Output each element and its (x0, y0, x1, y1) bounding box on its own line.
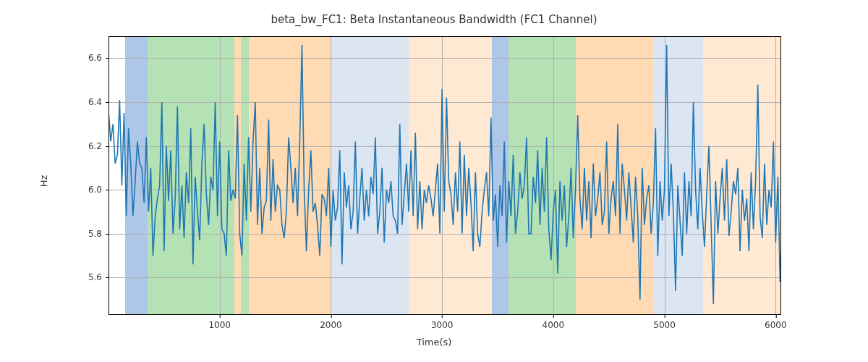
x-axis-label: Time(s) (0, 337, 868, 348)
figure: beta_bw_FC1: Beta Instantaneous Bandwidt… (0, 0, 868, 362)
plot-area: 100020003000400050006000 5.65.86.06.26.4… (109, 36, 781, 315)
chart-title: beta_bw_FC1: Beta Instantaneous Bandwidt… (0, 13, 868, 26)
y-tick: 6.0 (88, 185, 109, 195)
y-tick: 6.6 (88, 53, 109, 63)
y-tick: 6.4 (88, 97, 109, 107)
y-tick: 5.6 (88, 272, 109, 282)
x-tick: 4000 (542, 315, 565, 330)
x-tick: 5000 (653, 315, 676, 330)
x-tick: 2000 (320, 315, 342, 330)
y-axis-label: Hz (38, 175, 49, 188)
x-tick: 3000 (431, 315, 454, 330)
x-tick: 1000 (208, 315, 231, 330)
y-tick: 5.8 (88, 229, 109, 239)
y-ticks: 5.65.86.06.26.46.6 (109, 36, 781, 315)
x-tick: 6000 (765, 315, 787, 330)
y-tick: 6.2 (88, 141, 109, 151)
